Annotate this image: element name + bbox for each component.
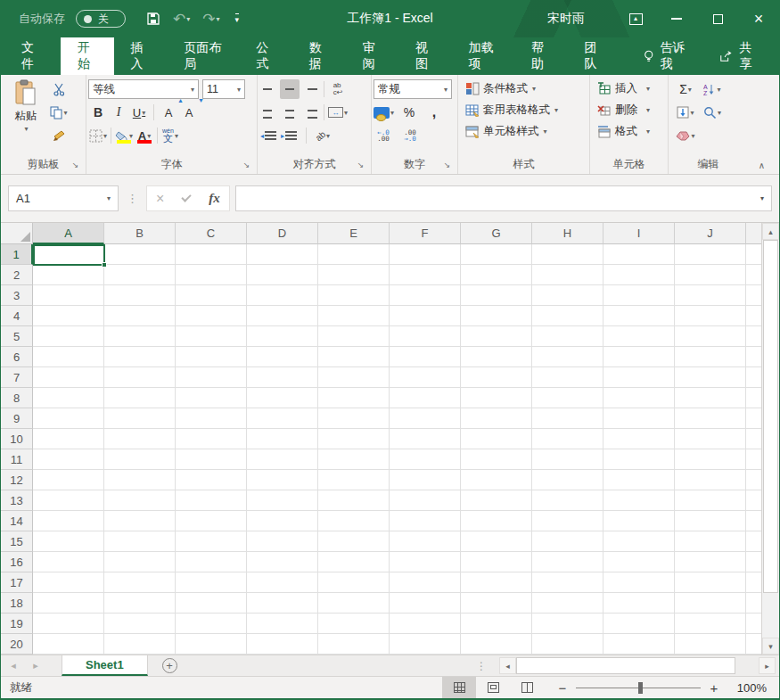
insert-cells-button[interactable]: 插入▾ [595,78,666,99]
row-header-18[interactable]: 18 [1,593,33,614]
underline-button[interactable]: U▾ [129,103,149,122]
new-sheet-button[interactable]: + [162,658,177,673]
vertical-scroll-thumb[interactable] [763,240,778,593]
cell-A15[interactable] [33,531,104,552]
tell-me-button[interactable]: 告诉我 [631,37,705,75]
cell-C17[interactable] [176,572,247,593]
cell-partial-9[interactable] [746,408,761,429]
cell-G12[interactable] [461,470,532,490]
cell-D19[interactable] [247,614,318,634]
font-color-dropdown-icon[interactable]: ▾ [147,132,151,140]
cell-D10[interactable] [247,429,318,449]
clipboard-dialog-launcher-icon[interactable]: ↘ [70,161,80,170]
cell-E3[interactable] [318,285,390,306]
sort-filter-button[interactable]: AZ ▾ [702,79,722,99]
italic-button[interactable]: I [109,103,128,122]
cell-H4[interactable] [532,306,603,326]
save-button[interactable] [142,6,165,31]
increase-decimal-button[interactable]: ←.0.00 [374,126,393,145]
cell-H7[interactable] [532,367,603,388]
cell-B4[interactable] [104,306,176,326]
user-name[interactable]: 宋时雨 [547,11,585,27]
cell-partial-15[interactable] [746,531,761,552]
cell-F3[interactable] [390,285,461,306]
comma-style-button[interactable]: , [424,103,444,122]
page-layout-view-button[interactable] [476,677,510,698]
cell-partial-18[interactable] [746,593,761,614]
number-dialog-launcher-icon[interactable]: ↘ [442,161,452,170]
cell-E19[interactable] [318,614,390,634]
cell-C4[interactable] [176,306,247,326]
cell-A7[interactable] [33,367,104,388]
cell-J12[interactable] [675,470,746,490]
cell-partial-14[interactable] [746,511,761,531]
ribbon-tab-加载项[interactable]: 加载项 [452,37,514,75]
customize-qat-icon[interactable]: ▾ [235,13,240,24]
cell-A11[interactable] [33,449,104,470]
cell-D12[interactable] [247,470,318,490]
ribbon-tab-团队[interactable]: 团队 [567,37,620,75]
tab-file[interactable]: 文件 [4,37,61,75]
cell-I7[interactable] [603,367,675,388]
insert-function-button[interactable]: fx [209,191,220,206]
borders-button[interactable]: ▾ [88,126,108,145]
cell-B6[interactable] [104,347,176,367]
column-header-H[interactable]: H [532,223,603,244]
merge-center-button[interactable]: ↔▾ [328,103,348,122]
cell-E2[interactable] [318,265,390,285]
cell-D8[interactable] [247,388,318,408]
cell-partial-5[interactable] [746,326,761,347]
cell-F17[interactable] [390,572,461,593]
sheet-tab-Sheet1[interactable]: Sheet1 [62,655,148,676]
cell-F8[interactable] [390,388,461,408]
increase-indent-button[interactable]: ▸ [280,126,300,145]
row-header-17[interactable]: 17 [1,572,33,593]
cell-B15[interactable] [104,531,176,552]
cell-G13[interactable] [461,490,532,511]
accounting-format-button[interactable]: ▾ [374,103,394,122]
expand-formula-bar-icon[interactable]: ▾ [760,194,764,202]
cell-D17[interactable] [247,572,318,593]
cell-D2[interactable] [247,265,318,285]
phonetic-dropdown-icon[interactable]: ▾ [175,132,178,140]
cell-F2[interactable] [390,265,461,285]
undo-button[interactable]: ↶▾ [168,6,194,31]
cell-J9[interactable] [675,408,746,429]
cell-I8[interactable] [603,388,675,408]
alignment-dialog-launcher-icon[interactable]: ↘ [356,161,365,170]
horizontal-scroll-thumb[interactable] [516,657,735,674]
cancel-icon[interactable]: × [156,191,164,207]
cell-C1[interactable] [176,244,247,265]
cell-E10[interactable] [318,429,390,449]
cell-B7[interactable] [104,367,176,388]
cell-E6[interactable] [318,347,390,367]
cell-F12[interactable] [390,470,461,490]
row-header-9[interactable]: 9 [1,408,33,429]
cell-C9[interactable] [176,408,247,429]
cell-partial-1[interactable] [746,244,761,265]
ribbon-tab-数据[interactable]: 数据 [292,37,346,75]
cell-J5[interactable] [675,326,746,347]
cell-A8[interactable] [33,388,104,408]
decrease-indent-button[interactable]: ◂ [259,126,279,145]
font-name-combo[interactable]: 等线▾ [88,79,199,99]
paste-dropdown-icon[interactable]: ▾ [24,125,28,133]
cell-J17[interactable] [675,572,746,593]
borders-dropdown-icon[interactable]: ▾ [103,132,107,140]
cell-B18[interactable] [104,593,176,614]
align-bottom-button[interactable] [300,79,320,99]
cell-I9[interactable] [603,408,675,429]
decrease-font-button[interactable]: A▼ [179,103,199,122]
cell-B13[interactable] [104,490,176,511]
cell-J2[interactable] [675,265,746,285]
cell-D16[interactable] [247,552,318,572]
cell-H2[interactable] [532,265,603,285]
cell-G6[interactable] [461,347,532,367]
cell-E17[interactable] [318,572,390,593]
cell-H5[interactable] [532,326,603,347]
cell-A9[interactable] [33,408,104,429]
column-header-I[interactable]: I [603,223,675,244]
align-middle-button[interactable] [280,79,300,99]
row-header-15[interactable]: 15 [1,531,33,552]
cell-F5[interactable] [390,326,461,347]
